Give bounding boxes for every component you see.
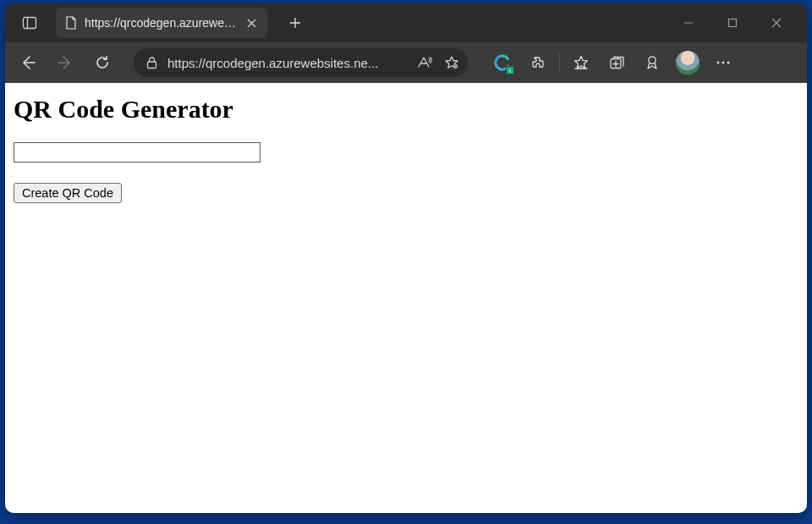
minimize-button[interactable]	[677, 11, 700, 35]
qr-input-row	[14, 142, 798, 163]
window-controls	[677, 11, 807, 35]
toolbar-right-icons: i	[488, 48, 738, 77]
svg-rect-3	[729, 19, 737, 27]
url-text: https://qrcodegen.azurewebsites.ne...	[167, 56, 407, 70]
forward-button[interactable]	[51, 48, 80, 77]
page-content: QR Code Generator Create QR Code	[5, 83, 807, 513]
svg-point-9	[722, 62, 725, 64]
svg-point-10	[727, 62, 730, 64]
read-aloud-icon[interactable]	[415, 53, 434, 72]
close-window-button[interactable]	[765, 11, 788, 35]
maximize-button[interactable]	[721, 11, 744, 35]
more-menu-icon[interactable]	[709, 48, 738, 77]
submit-row: Create QR Code	[14, 183, 798, 203]
favorite-star-icon[interactable]	[442, 53, 461, 72]
rewards-icon[interactable]	[638, 48, 667, 77]
svg-point-8	[717, 62, 720, 64]
favorites-icon[interactable]	[567, 48, 595, 77]
close-tab-icon[interactable]	[244, 15, 259, 30]
svg-rect-0	[24, 18, 36, 29]
browser-window: https://qrcodegen.azurewebsites	[5, 3, 807, 513]
copilot-icon[interactable]: i	[488, 48, 517, 77]
address-bar[interactable]: https://qrcodegen.azurewebsites.ne...	[134, 48, 468, 77]
refresh-button[interactable]	[88, 48, 117, 77]
extensions-icon[interactable]	[524, 48, 552, 77]
page-heading: QR Code Generator	[14, 95, 798, 124]
svg-point-7	[649, 57, 656, 63]
new-tab-button[interactable]	[283, 10, 308, 36]
create-qr-button[interactable]: Create QR Code	[14, 183, 122, 203]
tab-strip: https://qrcodegen.azurewebsites	[5, 3, 807, 42]
tab-actions-icon[interactable]	[15, 8, 44, 37]
page-icon	[64, 16, 78, 30]
collections-icon[interactable]	[602, 48, 631, 77]
profile-avatar[interactable]	[673, 48, 702, 77]
lock-icon[interactable]	[144, 55, 159, 70]
browser-tab[interactable]: https://qrcodegen.azurewebsites	[56, 8, 267, 38]
svg-rect-4	[147, 62, 156, 69]
toolbar-divider	[559, 53, 560, 72]
browser-toolbar: https://qrcodegen.azurewebsites.ne... i	[5, 42, 807, 83]
tab-title: https://qrcodegen.azurewebsites	[85, 16, 237, 30]
back-button[interactable]	[14, 48, 42, 77]
copilot-badge: i	[506, 66, 514, 74]
qr-text-input[interactable]	[14, 142, 261, 163]
avatar-image	[676, 51, 700, 74]
